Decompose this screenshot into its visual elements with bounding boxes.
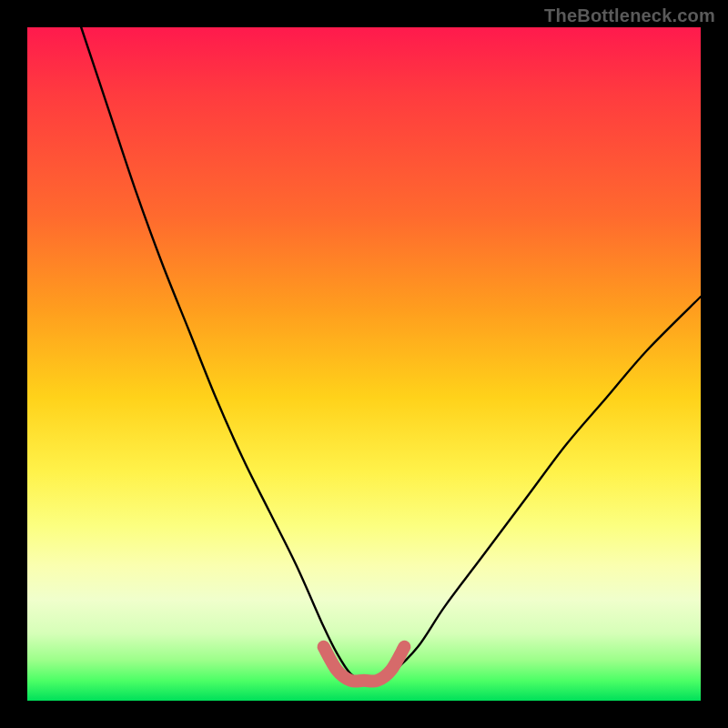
watermark-text: TheBottleneck.com <box>544 5 715 26</box>
curve-svg <box>27 27 701 701</box>
plot-area <box>27 27 701 701</box>
bottleneck-curve-path <box>81 27 701 682</box>
chart-frame: TheBottleneck.com <box>0 0 728 728</box>
